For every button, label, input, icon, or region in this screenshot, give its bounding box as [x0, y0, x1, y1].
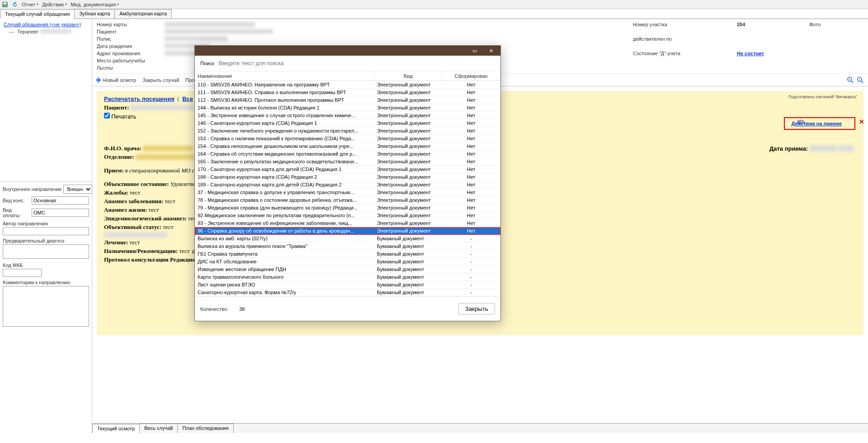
doc-treat-val: тест — [129, 239, 140, 246]
close-icon[interactable]: ✕ — [859, 118, 864, 125]
table-row[interactable]: 189 - Санаторно-курортная карта для дете… — [195, 181, 500, 189]
cons-input[interactable] — [32, 196, 89, 205]
close-case-button[interactable]: Закрыть случай — [142, 77, 179, 83]
comments-input[interactable] — [3, 286, 89, 327]
author-label: Автор направления — [3, 221, 89, 226]
table-row[interactable]: 112 - SMSV30 АКИНЕО. Протокол выполнения… — [195, 96, 500, 104]
print-visits-link[interactable]: Распечатать посещения — [104, 95, 175, 102]
menu-meddoc[interactable]: Мед. документация — [71, 2, 119, 7]
benefits-label: Льготы — [97, 65, 160, 71]
mkb-label: Код МКБ — [3, 262, 89, 268]
table-row[interactable]: 96 - Справка донору об освобождении от р… — [195, 227, 500, 235]
main-tabs: Текущий случай обращения Зубная карта Ам… — [0, 9, 868, 19]
table-row[interactable]: Лист оценки риска ВТЭОБумажный документ- — [195, 281, 500, 289]
tab-whole-case[interactable]: Весь случай — [139, 424, 178, 433]
new-exam-button[interactable]: ✚Новый осмотр — [96, 76, 136, 84]
table-row[interactable]: 111 - SMSV29 АКИНЕО. Справка о выполнени… — [195, 89, 500, 96]
document-picker-dialog: ▭ ✕ Поиск Наименование Вид Сформирован 1… — [194, 45, 501, 321]
zoom-out-icon[interactable]: − — [856, 76, 864, 84]
dir-internal-label: Внутреннее направление — [3, 186, 61, 192]
redacted: x — [104, 232, 167, 238]
actions-link[interactable]: Действия на приеме — [791, 121, 842, 126]
date-label: Дата приема: — [769, 145, 808, 152]
count-label: Количество: — [200, 306, 228, 312]
dir-external-select[interactable]: Внешне — [63, 185, 92, 194]
count-value: 38 — [239, 306, 245, 312]
maximize-icon[interactable]: ▭ — [467, 47, 482, 55]
pay-input[interactable] — [32, 209, 89, 217]
table-row[interactable]: Извещение жестокое обращение ПДНБумажный… — [195, 266, 500, 273]
tab-current-exam[interactable]: Текущий осмотр — [92, 424, 140, 433]
author-input[interactable] — [3, 227, 89, 235]
tab-exam-plan[interactable]: План обследования — [177, 424, 233, 433]
zoom-in-icon[interactable]: + — [846, 76, 854, 84]
table-row[interactable]: 188 - Санаторно-курортная карта (CDA) Ре… — [195, 173, 500, 181]
dialog-footer: Количество: 38 Закрыть — [195, 296, 500, 321]
doc-fio-label: Ф.И.О. врача: — [104, 145, 142, 152]
menu-report[interactable]: Отчет — [22, 2, 38, 7]
doc-recom-val: тест — [179, 248, 189, 254]
doc-complaints-label: Жалобы: — [104, 189, 128, 196]
table-row[interactable]: 144 - Выписка из истории болезни (CDA) Р… — [195, 104, 500, 112]
table-row[interactable]: 170 - Санаторно-курортная карта для дете… — [195, 166, 500, 173]
diag-input[interactable] — [3, 244, 89, 259]
save-icon[interactable] — [2, 1, 8, 8]
area-value: 204 — [737, 22, 805, 27]
table-row[interactable]: 164 - Справка об отсутствии медицинских … — [195, 150, 500, 158]
left-panel: Случай обращения (<не указан>) Терапевт … — [0, 19, 92, 433]
redacted: x — [143, 146, 193, 151]
table-row[interactable]: ДИС на КТ обследованиеБумажный документ- — [195, 258, 500, 266]
tab-current-case[interactable]: Текущий случай обращения — [0, 10, 75, 19]
table-row[interactable]: Санаторно-курортная карта. Форма №72/уБу… — [195, 289, 500, 296]
work-label: Место работы/учебы — [97, 58, 160, 63]
table-row[interactable]: 153 - Справка о наличии показаний к прот… — [195, 135, 500, 143]
table-row[interactable]: 37 - Медицинская справка о допуске к упр… — [195, 189, 500, 196]
table-row[interactable]: 154 - Справка непосещение дошкольником и… — [195, 143, 500, 150]
table-row[interactable]: Выписка из журнала приемного покоя "Трав… — [195, 243, 500, 250]
table-row[interactable]: 92-Медицинское заключение по результатам… — [195, 212, 500, 219]
redacted: x — [165, 22, 255, 27]
refresh-icon[interactable] — [12, 1, 18, 8]
table-row[interactable]: 79 - Медицинская справка (для выезжающег… — [195, 204, 500, 212]
table-row[interactable]: 152 - Заключение лечебного учреждения о … — [195, 127, 500, 135]
tab-ambulatory[interactable]: Амбулаторная карта — [114, 9, 172, 19]
print-checkbox[interactable] — [104, 113, 110, 119]
search-input[interactable] — [218, 60, 495, 67]
valid-label: действителен по — [633, 36, 732, 42]
col-name[interactable]: Наименование — [195, 71, 374, 81]
table-row[interactable]: Выписка из амб. карты (027/у)Бумажный до… — [195, 235, 500, 243]
cons-label: Вид конс. — [3, 198, 30, 203]
case-tree: Случай обращения (<не указан>) Терапевт … — [0, 19, 92, 182]
redacted: x — [838, 145, 854, 152]
menu-action[interactable]: Действие — [42, 2, 67, 7]
table-row[interactable]: 145 - Экстренное извещение о случае остр… — [195, 112, 500, 119]
tab-dental[interactable]: Зубная карта — [74, 9, 115, 19]
table-row[interactable]: Карта травматологического больногоБумажн… — [195, 273, 500, 281]
col-kind[interactable]: Вид — [374, 71, 442, 81]
document-table: Наименование Вид Сформирован 110 - SMSV2… — [195, 71, 500, 296]
dialog-table-wrap[interactable]: Наименование Вид Сформирован 110 - SMSV2… — [195, 71, 500, 296]
dstate-link[interactable]: Не состоит — [737, 51, 764, 56]
doc-anamlife-label: Анамнез жизни: — [104, 206, 147, 213]
print-all-link[interactable]: Все — [182, 95, 193, 102]
addr-label: Адрес проживания — [97, 51, 160, 56]
close-button[interactable]: Закрыть — [458, 303, 495, 314]
table-row[interactable]: 165 - Заключение о результатах медицинск… — [195, 158, 500, 166]
table-row[interactable]: 93 - Экстренное извещение об инфекционно… — [195, 219, 500, 227]
area-label: Номер участка — [633, 22, 732, 27]
close-icon[interactable]: ✕ — [483, 47, 499, 55]
table-row[interactable]: ГБ1 Справка травмпунктаБумажный документ… — [195, 250, 500, 258]
dialog-search-row: Поиск — [195, 56, 500, 71]
svg-text:−: − — [859, 77, 860, 81]
tree-therapist[interactable]: Терапевт xxxxx — [2, 28, 90, 35]
dstate-label: Состояние "Д"-учета — [633, 51, 732, 56]
table-row[interactable]: 110 - SMSV28 АКИНЕО. Направление на прог… — [195, 81, 500, 89]
dialog-titlebar[interactable]: ▭ ✕ — [195, 46, 500, 56]
table-row[interactable]: 146 - Санаторно-курортная карта (CDA) Ре… — [195, 119, 500, 127]
watermark: Подготовлено системой "Витакарта" — [788, 95, 857, 99]
mkb-input[interactable] — [3, 269, 42, 277]
table-row[interactable]: 78 - Медицинская справка о состоянии здо… — [195, 196, 500, 204]
tree-case-link[interactable]: Случай обращения (<не указан>) — [2, 21, 90, 28]
col-formed[interactable]: Сформирован — [442, 71, 500, 81]
polis-label: Полис — [97, 36, 160, 42]
